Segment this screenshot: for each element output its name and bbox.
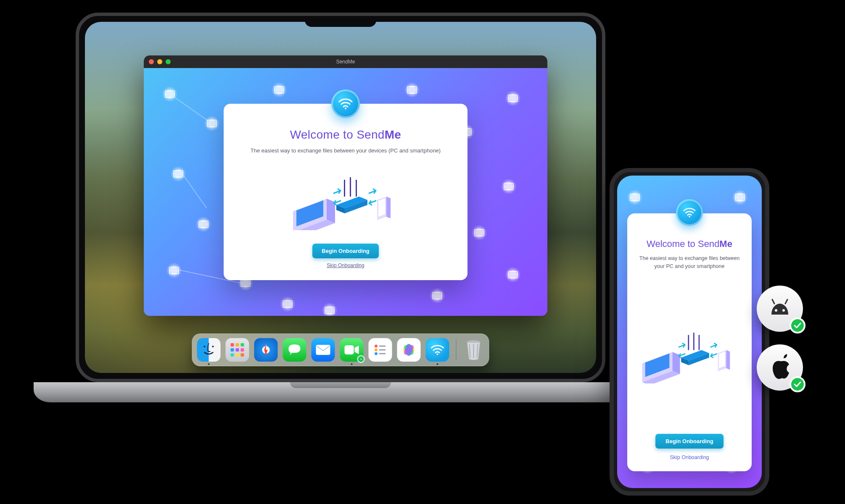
wifi-icon [331,89,360,118]
window-titlebar: SendMe [144,55,547,68]
phone-frame: Welcome to SendMe The easiest way to exc… [610,168,769,496]
dock-facetime-icon[interactable] [340,338,364,362]
svg-rect-32 [688,335,689,350]
dock-mail-icon[interactable] [312,338,335,362]
svg-line-37 [772,299,774,304]
svg-rect-7 [231,348,234,352]
apple-badge [757,344,803,391]
svg-rect-3 [356,180,357,197]
onboarding-card: Welcome to SendMe The easiest way to exc… [224,104,467,280]
svg-rect-22 [379,353,386,354]
dock-reminders-icon[interactable] [369,338,392,362]
svg-marker-14 [266,344,268,350]
check-icon [790,376,805,392]
svg-rect-1 [344,180,345,197]
android-icon [766,295,793,322]
svg-rect-4 [231,343,234,346]
dock-sendme-icon[interactable] [426,338,449,362]
phone-screen: Welcome to SendMe The easiest way to exc… [617,176,762,488]
skip-onboarding-link[interactable]: Skip Onboarding [670,454,709,460]
svg-rect-20 [379,349,386,351]
svg-rect-34 [699,335,700,350]
dock-trash-icon[interactable] [463,338,484,362]
devices-illustration [239,154,452,244]
check-icon [790,318,805,333]
dock-safari-icon[interactable] [254,338,278,362]
svg-point-31 [689,216,690,218]
macbook-frame: SendMe [76,13,605,402]
svg-point-29 [437,353,438,355]
wifi-icon [676,199,703,226]
dock-photos-icon[interactable] [397,338,421,362]
onboarding-card-mobile: Welcome to SendMe The easiest way to exc… [627,213,752,471]
begin-onboarding-button[interactable]: Begin Onboarding [312,244,378,258]
svg-rect-18 [379,346,386,347]
dock-launchpad-icon[interactable] [226,338,249,362]
svg-rect-6 [241,343,244,346]
welcome-subtitle: The easiest way to exchange files betwee… [251,147,441,154]
begin-onboarding-button[interactable]: Begin Onboarding [655,434,723,449]
svg-rect-2 [350,177,351,197]
svg-rect-9 [241,348,244,352]
welcome-title: Welcome to SendMe [290,128,401,142]
apple-icon [768,354,792,381]
skip-onboarding-link[interactable]: Skip Onboarding [327,262,364,268]
welcome-title-mobile: Welcome to SendMe [647,239,732,249]
window-title: SendMe [144,59,547,65]
dock-messages-icon[interactable] [283,338,306,362]
svg-line-38 [785,299,787,304]
svg-point-35 [775,309,777,312]
devices-illustration-mobile [636,270,742,434]
svg-rect-8 [236,348,239,352]
svg-rect-12 [241,353,244,357]
svg-point-21 [375,352,378,355]
welcome-subtitle-mobile: The easiest way to exchange files betwee… [636,255,742,270]
svg-rect-11 [236,353,239,357]
svg-rect-5 [236,343,239,346]
android-badge [757,286,803,332]
svg-point-19 [375,349,378,352]
svg-rect-33 [693,333,694,350]
svg-rect-15 [316,345,330,355]
svg-point-0 [345,108,346,109]
svg-point-36 [782,309,785,312]
sendme-window: SendMe [144,55,547,316]
svg-point-17 [375,345,378,348]
svg-rect-10 [231,353,234,357]
dock-finder-icon[interactable] [197,338,221,362]
svg-rect-16 [345,345,354,354]
macos-desktop: SendMe [85,22,596,373]
macos-dock [192,333,489,366]
